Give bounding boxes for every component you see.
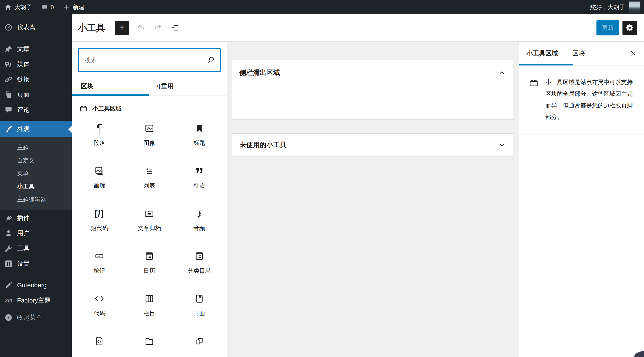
block-label: 短代码 [90,224,108,232]
block-archives[interactable]: 文章归档 [124,201,174,244]
menu-separator [0,35,72,41]
block-label: 标题 [194,139,205,147]
avatar[interactable] [629,1,640,13]
code-icon [94,292,105,305]
block-label: 列表 [144,182,155,190]
audio-note-icon: ♪ [196,207,202,220]
block-label: 段落 [94,139,105,147]
block-gallery[interactable]: 画廊 [74,158,124,201]
sidebar-item-users[interactable]: 用户 [0,226,72,241]
sidebar-item-label: 用户 [17,229,30,238]
block-audio[interactable]: ♪ 音频 [174,201,224,244]
settings-gear-button[interactable] [622,21,637,35]
comment-count: 0 [51,4,54,11]
sidebar-item-appearance[interactable]: 外观 [0,121,72,137]
panel-title: 侧栏滑出区域 [240,68,280,77]
chevron-down-icon[interactable] [497,140,506,149]
inserter-tabs: 区块 可重用 [72,77,227,96]
admin-bar: 大胡子 0 新建 您好，大胡子 [0,0,644,14]
heading-bookmark-icon [194,122,205,134]
sidebar-item-factory-theme[interactable]: Xin Factory主题 [0,293,72,308]
wrench-icon [4,244,12,252]
gallery-icon [94,164,105,177]
submenu-item-customize[interactable]: 自定义 [0,154,72,167]
tab-widget-areas[interactable]: 小工具区域 [519,42,565,65]
sidebar-item-label: 页面 [17,90,30,99]
widget-area-icon [79,104,88,113]
list-icon [144,164,155,177]
submenu-item-widgets[interactable]: 小工具 [0,180,72,193]
block-custom-html[interactable] [74,329,124,357]
button-icon [94,250,105,262]
undo-icon[interactable] [136,22,146,33]
block-heading[interactable]: 标题 [174,116,224,158]
tab-blocks[interactable]: 区块 [72,77,149,96]
update-button[interactable]: 更新 [596,20,619,36]
block-paragraph[interactable]: ¶ 段落 [74,116,124,158]
block-label: 封面 [194,310,205,317]
shortcode-icon: [/] [95,207,104,220]
block-cover[interactable]: 封面 [174,286,224,329]
sidebar-item-gutenberg[interactable]: Gutenberg [0,278,72,293]
group-icon [194,335,205,348]
block-label: 按钮 [94,267,105,275]
sidebar-item-plugins[interactable]: 插件 [0,210,72,226]
submenu-item-theme-editor[interactable]: 主题编辑器 [0,193,72,206]
block-inserter-toggle-button[interactable]: + [115,21,129,35]
appearance-submenu: 主题 自定义 菜单 小工具 主题编辑器 [0,137,72,210]
sidebar-item-tools[interactable]: 工具 [0,241,72,256]
editor-header: 小工具 + 更新 [72,14,644,42]
widget-area-icon [528,78,539,123]
block-shortcode[interactable]: [/] 短代码 [74,201,124,244]
settings-sidebar-tabs: 小工具区域 区块 [519,42,644,66]
block-label: 文章归档 [138,224,161,232]
search-icon [206,55,216,66]
sidebar-item-pages[interactable]: 页面 [0,87,72,102]
submenu-item-themes[interactable]: 主题 [0,141,72,154]
block-list[interactable]: 列表 [124,158,174,201]
block-grid: ¶ 段落 图像 标题 画廊 列表 ” [72,116,227,357]
tab-block[interactable]: 区块 [565,42,592,65]
new-content-menu[interactable]: 新建 [58,0,89,14]
sidebar-item-comments[interactable]: 评论 [0,102,72,118]
user-greeting[interactable]: 您好，大胡子 [590,3,625,11]
block-label: 音频 [194,224,205,232]
block-columns[interactable]: 栏目 [124,286,174,329]
tab-reusable[interactable]: 可重用 [149,77,227,96]
sidebar-item-dashboard[interactable]: 仪表盘 [0,20,72,35]
sidebar-item-posts[interactable]: 文章 [0,41,72,56]
search-input[interactable] [78,48,221,72]
sidebar-item-label: 外观 [17,125,30,134]
close-icon[interactable] [628,48,638,59]
block-label: 代码 [94,310,105,317]
sidebar-item-media[interactable]: 媒体 [0,56,72,72]
block-code[interactable]: 代码 [74,286,124,329]
block-categories[interactable]: 分类目录 [174,244,224,286]
block-file[interactable] [124,329,174,357]
site-menu[interactable]: 大胡子 [0,0,36,14]
block-image[interactable]: 图像 [124,116,174,158]
sidebar-item-settings[interactable]: 设置 [0,256,72,271]
page-title: 小工具 [78,22,105,34]
comment-icon [4,106,12,114]
redo-icon[interactable] [152,22,163,33]
comments-menu[interactable]: 0 [36,0,58,14]
block-calendar[interactable]: 日历 [124,244,174,286]
list-view-icon[interactable] [170,22,180,33]
gear-icon [625,23,634,32]
widget-area-section-title: 小工具区域 [92,105,122,112]
submenu-item-menus[interactable]: 菜单 [0,167,72,180]
panel-header[interactable]: 侧栏滑出区域 [232,60,514,85]
block-button[interactable]: 按钮 [74,244,124,286]
block-group[interactable] [174,329,224,357]
site-name: 大胡子 [14,3,32,11]
menu-separator [0,271,72,278]
widget-area-section-header: 小工具区域 [72,96,227,116]
sidebar-item-links[interactable]: 链接 [0,72,72,87]
panel-header[interactable]: 未使用的小工具 [232,134,514,156]
panel-title: 未使用的小工具 [240,140,286,150]
chevron-up-icon[interactable] [497,68,506,77]
sidebar-item-label: Gutenberg [17,282,47,289]
collapse-menu-button[interactable]: 收起菜单 [0,310,72,325]
block-quote[interactable]: ” 引语 [174,158,224,201]
